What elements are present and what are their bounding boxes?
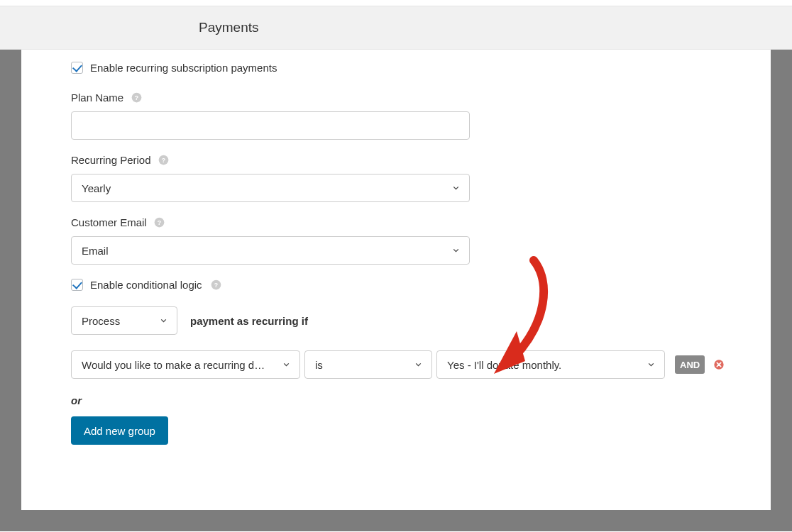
enable-conditional-checkbox[interactable] bbox=[71, 279, 83, 291]
logic-sentence: payment as recurring if bbox=[190, 315, 308, 327]
chevron-down-icon bbox=[451, 184, 461, 193]
help-icon[interactable]: ? bbox=[211, 279, 222, 291]
help-icon[interactable]: ? bbox=[158, 155, 170, 166]
chevron-down-icon bbox=[451, 246, 461, 255]
enable-conditional-row: Enable conditional logic ? bbox=[71, 279, 771, 291]
chevron-down-icon bbox=[159, 316, 168, 326]
customer-email-label: Customer Email ? bbox=[71, 216, 771, 228]
or-label: or bbox=[71, 394, 771, 406]
chevron-down-icon bbox=[414, 360, 423, 370]
remove-rule-icon[interactable] bbox=[713, 358, 725, 371]
rule-operator-select[interactable]: is bbox=[304, 350, 432, 379]
recurring-period-label: Recurring Period ? bbox=[71, 154, 771, 166]
help-icon[interactable]: ? bbox=[131, 92, 142, 104]
enable-recurring-checkbox[interactable] bbox=[71, 62, 83, 74]
enable-conditional-label: Enable conditional logic bbox=[90, 279, 202, 291]
add-new-group-button[interactable]: Add new group bbox=[71, 416, 168, 445]
logic-action-select[interactable]: Process bbox=[71, 306, 177, 335]
enable-recurring-label: Enable recurring subscription payments bbox=[90, 62, 277, 74]
svg-text:?: ? bbox=[135, 94, 138, 101]
svg-text:?: ? bbox=[158, 219, 161, 226]
plan-name-label: Plan Name ? bbox=[71, 92, 771, 104]
rule-field-select[interactable]: Would you like to make a recurring d… bbox=[71, 350, 300, 379]
and-button[interactable]: AND bbox=[675, 355, 705, 374]
tab-title: Payments bbox=[199, 20, 258, 35]
tab-bar: Payments bbox=[0, 6, 792, 50]
settings-frame: Enable recurring subscription payments P… bbox=[0, 49, 792, 531]
plan-name-input[interactable] bbox=[71, 111, 470, 140]
rule-row: Would you like to make a recurring d… is… bbox=[71, 350, 771, 379]
logic-action-row: Process payment as recurring if bbox=[71, 306, 771, 335]
svg-text:?: ? bbox=[162, 157, 165, 164]
help-icon[interactable]: ? bbox=[154, 217, 165, 228]
rule-value-select[interactable]: Yes - I'll donate monthly. bbox=[436, 350, 665, 379]
recurring-period-select[interactable]: Yearly bbox=[71, 174, 470, 202]
settings-panel: Enable recurring subscription payments P… bbox=[21, 49, 771, 510]
chevron-down-icon bbox=[647, 360, 656, 370]
customer-email-select[interactable]: Email bbox=[71, 236, 470, 265]
enable-recurring-row: Enable recurring subscription payments bbox=[71, 62, 771, 74]
chevron-down-icon bbox=[282, 360, 291, 370]
svg-text:?: ? bbox=[214, 282, 218, 289]
